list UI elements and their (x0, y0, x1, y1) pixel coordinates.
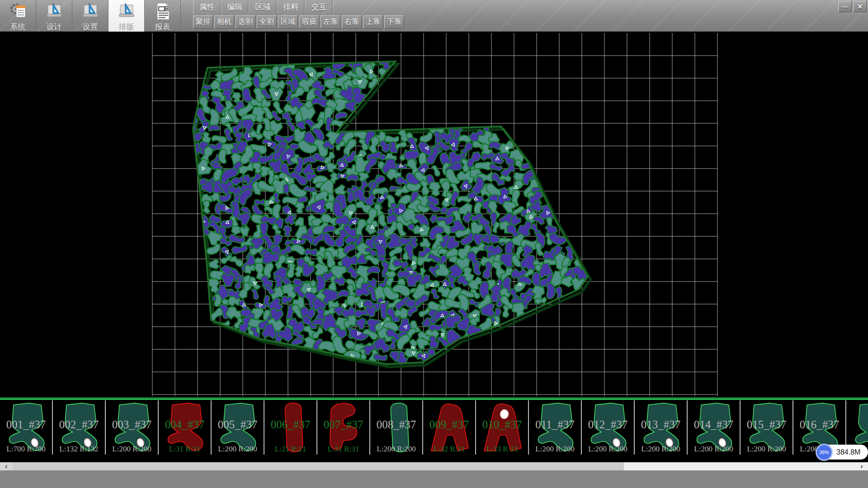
design-icon (44, 1, 64, 21)
main-button-4[interactable]: 排版 (108, 0, 145, 32)
tool-button-10[interactable]: 下靠 (384, 15, 404, 28)
piece-id-label: 002_#37 (53, 418, 105, 431)
piece-thumbnail-4[interactable]: 004_#37L:31 R:31 (159, 400, 212, 455)
tool-button-3[interactable]: 选割 (236, 15, 255, 28)
piece-thumbnail-5[interactable]: 005_#37L:200 R:200 (212, 400, 264, 455)
piece-thumbnail-1[interactable]: 001_#37L:700 R:700 (0, 400, 53, 455)
bottom-status-bar (0, 470, 868, 488)
pieces-strip: 001_#37L:700 R:700002_#37L:132 R:132003_… (0, 400, 868, 462)
main-button-1[interactable]: 系统 (0, 0, 36, 32)
piece-id-label: 005_#37 (212, 418, 264, 431)
piece-id-label: 007_#37 (317, 418, 369, 431)
piece-counts-label: L:21 R:21 (264, 445, 316, 454)
main-button-label: 设计 (47, 22, 62, 32)
piece-counts-label: L:200 R:200 (582, 445, 634, 454)
piece-id-label: 013_#37 (635, 418, 687, 431)
report-page-icon (157, 3, 169, 19)
main-button-label: 设置 (83, 22, 98, 32)
piece-id-label: 015_#37 (741, 418, 793, 431)
piece-thumbnail-3[interactable]: 003_#37L:200 R:200 (106, 400, 159, 455)
memory-badge: 384.8M 38% (816, 444, 868, 461)
main-button-5[interactable]: 报表 (145, 0, 181, 32)
system-icon (8, 1, 28, 21)
piece-counts-label: L:200 R:200 (635, 445, 687, 454)
piece-thumbnail-15[interactable]: 015_#37L:200 R:200 (741, 400, 793, 455)
app-window: 系统设计设置排版报表 属性编辑区域排料交互 聚排相机选割全割区域瑕疵左靠右靠上靠… (0, 0, 868, 488)
piece-counts-label: L:200 R:200 (688, 445, 740, 454)
piece-thumbnail-7[interactable]: 007_#37L:31 R:31 (317, 400, 370, 455)
ribbon-toolbar: 系统设计设置排版报表 属性编辑区域排料交互 聚排相机选割全割区域瑕疵左靠右靠上靠… (0, 0, 868, 32)
memory-text: 384.8M (836, 448, 860, 456)
piece-thumbnail-13[interactable]: 013_#37L:200 R:200 (635, 400, 688, 455)
tool-button-5[interactable]: 区域 (278, 15, 298, 28)
main-button-label: 排版 (119, 22, 134, 32)
piece-id-label: 016_#37 (793, 418, 845, 431)
piece-id-label: 010_#37 (476, 418, 528, 431)
piece-thumbnail-8[interactable]: 008_#37L:200 R:200 (370, 400, 423, 455)
piece-thumbnail-2[interactable]: 002_#37L:132 R:132 (53, 400, 106, 455)
piece-id-label: 001_#37 (0, 418, 52, 431)
design-icon (80, 1, 100, 21)
main-button-3[interactable]: 设置 (72, 0, 108, 32)
piece-thumbnail-14[interactable]: 014_#37L:200 R:200 (688, 400, 741, 455)
piece-counts-label: L:31 R:31 (317, 445, 369, 454)
menu-item-3[interactable]: 区域 (249, 0, 277, 14)
piece-counts-label: L:31 R:31 (159, 445, 211, 454)
report-icon (153, 1, 173, 21)
piece-counts-label: L:200 R:200 (212, 445, 264, 454)
progress-circle: 38% (816, 444, 833, 461)
window-controls: — ✕ (838, 1, 867, 12)
menu-item-2[interactable]: 编辑 (221, 0, 249, 14)
tool-button-7[interactable]: 左靠 (321, 15, 340, 28)
tool-button-9[interactable]: 上靠 (363, 15, 383, 28)
menu-area: 属性编辑区域排料交互 聚排相机选割全割区域瑕疵左靠右靠上靠下靠 (193, 0, 406, 29)
main-mode-buttons: 系统设计设置排版报表 (0, 0, 181, 32)
menu-item-4[interactable]: 排料 (277, 0, 305, 14)
main-button-label: 报表 (155, 22, 170, 32)
piece-counts-label: L:200 R:200 (529, 445, 581, 454)
minimize-button[interactable]: — (838, 1, 852, 12)
scroll-right-button[interactable]: › (855, 462, 868, 470)
tool-row: 聚排相机选割全割区域瑕疵左靠右靠上靠下靠 (193, 15, 406, 29)
design-icon (117, 1, 137, 21)
nesting-drawing (0, 32, 868, 397)
main-button-2[interactable]: 设计 (36, 0, 72, 32)
pieces-scrollbar[interactable]: ‹ › (0, 462, 868, 470)
piece-thumbnail-11[interactable]: 011_#37L:200 R:200 (529, 400, 582, 455)
nested-pieces (189, 52, 592, 366)
piece-counts-label: L:200 R:200 (741, 445, 793, 454)
ruler-laptop-icon (47, 3, 61, 17)
piece-id-label: 006_#37 (264, 418, 316, 431)
scrollbar-thumb[interactable] (13, 462, 624, 470)
tool-button-8[interactable]: 右靠 (342, 15, 362, 28)
nesting-canvas[interactable] (0, 32, 868, 397)
piece-thumbnail-10[interactable]: 010_#37L:33 R:33 (476, 400, 529, 455)
close-button[interactable]: ✕ (853, 1, 867, 12)
scroll-left-button[interactable]: ‹ (0, 462, 13, 470)
piece-id-label: 004_#37 (159, 418, 211, 431)
piece-id-label: 008_#37 (370, 418, 422, 431)
progress-percent: 38% (819, 450, 829, 455)
piece-counts-label: L:700 R:700 (0, 445, 52, 454)
piece-id-label: 012_#37 (582, 418, 634, 431)
tool-button-6[interactable]: 瑕疵 (299, 15, 319, 28)
piece-id-label: 014_#37 (688, 418, 740, 431)
tool-button-4[interactable]: 全割 (257, 15, 277, 28)
ruler-laptop-icon (83, 3, 98, 17)
tool-button-2[interactable]: 相机 (214, 15, 234, 28)
list-icon (16, 5, 25, 17)
piece-thumbnail-12[interactable]: 012_#37L:200 R:200 (582, 400, 635, 455)
strip-separator-line (0, 397, 868, 400)
main-button-label: 系统 (10, 22, 26, 32)
tool-button-1[interactable]: 聚排 (193, 15, 213, 28)
ruler-laptop-icon (119, 3, 134, 17)
piece-counts-label: L:132 R:132 (53, 445, 105, 454)
menu-item-1[interactable]: 属性 (193, 0, 221, 14)
menu-item-5[interactable]: 交互 (305, 0, 333, 14)
piece-thumbnail-6[interactable]: 006_#37L:21 R:21 (264, 400, 317, 455)
piece-counts-label: L:200 R:200 (370, 445, 422, 454)
piece-counts-label: L:200 R:200 (106, 445, 158, 454)
piece-counts-label: L:33 R:33 (476, 445, 528, 454)
piece-thumbnail-9[interactable]: 009_#37L:32 R:31 (423, 400, 476, 455)
piece-id-label: 009_#37 (423, 418, 475, 431)
